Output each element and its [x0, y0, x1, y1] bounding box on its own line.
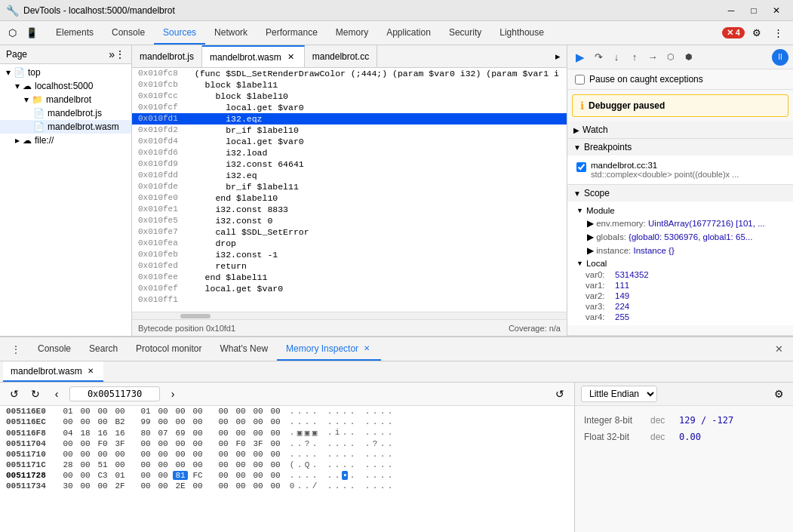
module-group[interactable]: ▼ Module: [576, 204, 784, 217]
expand-icon: ▾: [24, 94, 29, 105]
sidebar-item-localhost[interactable]: ▾ ☁ localhost:5000: [0, 79, 131, 93]
local-var-3: var3: 224: [586, 301, 784, 312]
tab-sources[interactable]: Sources: [154, 21, 205, 45]
memory-settings-button[interactable]: ⚙: [770, 386, 787, 402]
minimize-button[interactable]: ─: [721, 3, 742, 18]
close-button[interactable]: ✕: [766, 3, 787, 18]
integer-8bit-enc: dec: [650, 415, 673, 426]
resume-button[interactable]: ▶: [572, 49, 589, 66]
sources-layout: Page » ⋮ ▾ 📄 top ▾ ☁ localhost: [0, 45, 793, 336]
sidebar-item-file[interactable]: ▸ ☁ file://: [0, 134, 131, 147]
async-call-stack-button[interactable]: II: [772, 49, 788, 66]
breakpoint-checkbox[interactable]: [576, 162, 586, 172]
scope-header[interactable]: ▼ Scope: [567, 185, 793, 201]
sidebar-item-label: mandelbrot.wasm: [48, 121, 119, 132]
tab-application[interactable]: Application: [377, 21, 440, 45]
tab-console[interactable]: Console: [29, 337, 80, 361]
tab-search[interactable]: Search: [80, 337, 127, 361]
breakpoints-label: Breakpoints: [584, 142, 632, 152]
module-label: Module: [586, 206, 615, 215]
memory-back-button[interactable]: ↺: [6, 386, 23, 402]
code-container[interactable]: 0x010fc8 (func $SDL_SetRenderDrawColor (…: [132, 68, 567, 312]
editor-more-button[interactable]: ▸: [549, 45, 567, 67]
tab-elements[interactable]: Elements: [47, 21, 103, 45]
tab-protocol-monitor[interactable]: Protocol monitor: [127, 337, 211, 361]
address-input[interactable]: 0x00511730: [69, 386, 160, 401]
tab-console[interactable]: Console: [103, 21, 154, 45]
deactivate-breakpoints-button[interactable]: ⬡: [662, 49, 679, 66]
memory-file-tab[interactable]: mandelbrot.wasm ✕: [3, 361, 103, 382]
editor-tab-mandelbrot-wasm[interactable]: mandelbrot.wasm ✕: [202, 45, 305, 67]
sidebar-menu-button[interactable]: »: [109, 48, 115, 60]
debugger-panel: ▶ ↷ ↓ ↑ → ⬡ ⬢ II Pause on caught excepti…: [567, 45, 793, 336]
code-line: 0x010fea drop: [132, 238, 567, 249]
debugger-paused-text: Debugger paused: [589, 100, 665, 111]
code-line: 0x010fee end $label11: [132, 272, 567, 283]
memory-info-content: Integer 8-bit dec 129 / -127 Float 32-bi…: [575, 406, 793, 451]
watch-label: Watch: [582, 125, 608, 135]
code-line: 0x010fd9 i32.const 64641: [132, 158, 567, 170]
cloud-icon: ☁: [23, 135, 32, 146]
code-line: 0x010fdd i32.eq: [132, 170, 567, 181]
memory-main: ↺ ↻ ‹ 0x00511730 › ↺ 005116E0 01000000: [0, 383, 793, 532]
sidebar-item-mandelbrot-wasm[interactable]: 📄 mandelbrot.wasm: [0, 120, 131, 134]
step-into-button[interactable]: ↓: [608, 49, 625, 66]
code-line: 0x010fef local.get $var0: [132, 283, 567, 294]
scope-label: Scope: [584, 188, 610, 198]
tab-label: Search: [89, 343, 118, 354]
device-toggle-button[interactable]: 📱: [23, 24, 41, 42]
folder-icon: 📁: [32, 94, 43, 105]
tab-network[interactable]: Network: [205, 21, 257, 45]
memory-forward-button[interactable]: ↻: [27, 386, 44, 402]
tab-label: mandelbrot.js: [140, 51, 194, 62]
tab-whats-new[interactable]: What's New: [211, 337, 277, 361]
memory-prev-button[interactable]: ‹: [48, 386, 65, 402]
breakpoints-header[interactable]: ▼ Breakpoints: [567, 139, 793, 155]
scope-arrow-icon: ▼: [573, 189, 581, 198]
hex-row: 0051171C 28005100 00000000 00000000 (.Q.: [0, 460, 574, 470]
close-bottom-panel-button[interactable]: ✕: [770, 341, 787, 358]
code-line: 0x010fd4 local.get $var0: [132, 136, 567, 147]
maximize-button[interactable]: □: [743, 3, 764, 18]
settings-button[interactable]: ⚙: [748, 24, 766, 42]
memory-next-button[interactable]: ›: [164, 386, 181, 402]
bottom-panel-menu-button[interactable]: ⋮: [8, 341, 24, 358]
close-memory-tab-icon[interactable]: ✕: [85, 366, 96, 377]
devtools-icon: 🔧: [6, 5, 19, 17]
sidebar-more-button[interactable]: ⋮: [115, 48, 125, 60]
bytecode-position: Bytecode position 0x10fd1: [138, 324, 235, 333]
tab-performance[interactable]: Performance: [257, 21, 327, 45]
dont-pause-exceptions-button[interactable]: ⬢: [681, 49, 697, 66]
close-tab-icon[interactable]: ✕: [361, 343, 372, 354]
memory-refresh-button[interactable]: ↺: [552, 386, 568, 402]
tab-security[interactable]: Security: [440, 21, 490, 45]
breakpoints-arrow-icon: ▼: [573, 143, 581, 152]
editor-tabs: mandelbrot.js mandelbrot.wasm ✕ mandelbr…: [132, 45, 567, 68]
sidebar-item-top[interactable]: ▾ 📄 top: [0, 66, 131, 79]
endian-select[interactable]: Little Endian: [581, 386, 657, 402]
watch-header[interactable]: ▶ Watch: [567, 121, 793, 138]
step-out-button[interactable]: ↑: [626, 49, 643, 66]
memory-hex-view[interactable]: ↺ ↻ ‹ 0x00511730 › ↺ 005116E0 01000000: [0, 383, 574, 532]
file-icon: 📄: [33, 108, 45, 118]
tab-label: What's New: [220, 343, 268, 354]
integer-8bit-value: 129 / -127: [679, 415, 733, 426]
editor-tab-mandelbrot-js[interactable]: mandelbrot.js: [132, 45, 202, 67]
scope-item-arrow: ▶: [587, 246, 594, 255]
step-button[interactable]: →: [644, 49, 661, 66]
pause-exceptions-checkbox[interactable]: [575, 75, 585, 85]
inspect-element-button[interactable]: ⬡: [3, 24, 21, 42]
tab-label: mandelbrot.wasm: [210, 52, 281, 63]
code-line: 0x010fd2 br_if $label10: [132, 125, 567, 136]
tab-memory[interactable]: Memory: [327, 21, 377, 45]
sidebar-item-mandelbrot-folder[interactable]: ▾ 📁 mandelbrot: [0, 93, 131, 106]
editor-tab-mandelbrot-cc[interactable]: mandelbrot.cc: [305, 45, 377, 67]
hex-row: 005116EC 000000B2 99000000 00000000 ....: [0, 417, 574, 427]
step-over-button[interactable]: ↷: [590, 49, 607, 66]
tab-memory-inspector[interactable]: Memory Inspector ✕: [277, 337, 381, 361]
close-tab-icon[interactable]: ✕: [286, 52, 297, 63]
sidebar-item-mandelbrot-js[interactable]: 📄 mandelbrot.js: [0, 106, 131, 120]
tab-lighthouse[interactable]: Lighthouse: [490, 21, 553, 45]
local-group[interactable]: ▼ Local: [576, 257, 784, 269]
more-options-button[interactable]: ⋮: [769, 24, 787, 42]
